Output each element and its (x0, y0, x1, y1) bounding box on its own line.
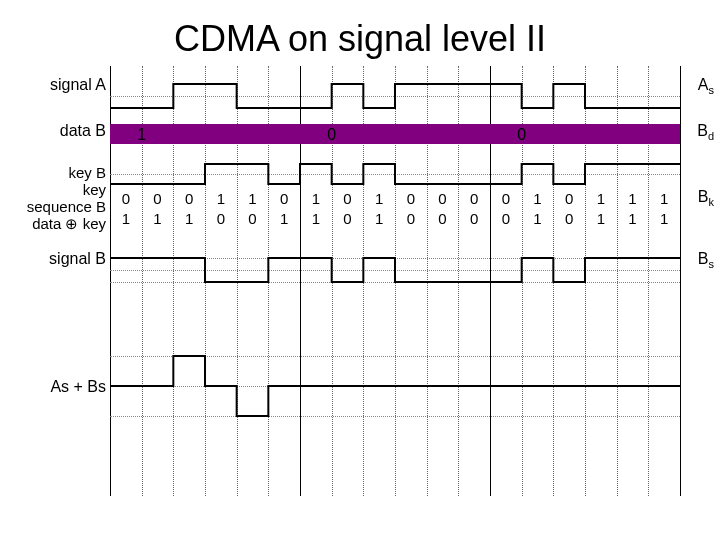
key-sequence-row: 000110101000010111 (110, 190, 680, 208)
bit-value: 0 (275, 190, 293, 207)
bit-value: 1 (655, 190, 673, 207)
bit-value: 1 (655, 210, 673, 227)
bit-value: 1 (244, 190, 262, 207)
bit-value: 1 (180, 210, 198, 227)
bit-value: 0 (149, 190, 167, 207)
xor-row: 111001101000010111 (110, 210, 680, 228)
row-label: signal B (2, 250, 106, 268)
bit-value: 1 (529, 210, 547, 227)
bit-value: 0 (339, 190, 357, 207)
bit-value: 0 (434, 190, 452, 207)
axis-label: As (698, 76, 714, 96)
bit-value: 1 (370, 210, 388, 227)
bit-value: 0 (339, 210, 357, 227)
bit-value: 0 (465, 190, 483, 207)
axis-label: Bd (697, 122, 714, 142)
waveform (110, 66, 680, 166)
row-label: As + Bs (2, 378, 106, 396)
bit-value: 1 (370, 190, 388, 207)
axis-label: Bs (698, 250, 714, 270)
bit-value: 0 (117, 190, 135, 207)
row-label: key Bkeysequence Bdata ⊕ key (2, 164, 106, 232)
row-label: data B (2, 122, 106, 140)
axis-label: Bk (698, 188, 714, 208)
bit-value: 0 (497, 190, 515, 207)
bit-value: 0 (180, 190, 198, 207)
bit-value: 1 (307, 210, 325, 227)
bit-value: 1 (592, 210, 610, 227)
bit-value: 0 (497, 210, 515, 227)
gridline (680, 66, 681, 496)
bit-value: 1 (117, 210, 135, 227)
row-label: signal A (2, 76, 106, 94)
bit-value: 0 (402, 210, 420, 227)
bit-value: 0 (244, 210, 262, 227)
bit-value: 0 (212, 210, 230, 227)
bit-value: 0 (560, 210, 578, 227)
bit-value: 0 (434, 210, 452, 227)
bit-value: 1 (307, 190, 325, 207)
bit-value: 1 (529, 190, 547, 207)
bit-value: 0 (402, 190, 420, 207)
baseline (110, 416, 680, 417)
bit-value: 1 (149, 210, 167, 227)
timing-diagram: signal AAsdata BBd100key Bkeysequence Bd… (110, 66, 680, 496)
bit-value: 1 (624, 190, 642, 207)
bit-value: 1 (624, 210, 642, 227)
bit-value: 0 (465, 210, 483, 227)
page-title: CDMA on signal level II (0, 18, 720, 60)
bit-value: 1 (212, 190, 230, 207)
bit-value: 1 (275, 210, 293, 227)
bit-value: 1 (592, 190, 610, 207)
bit-value: 0 (560, 190, 578, 207)
